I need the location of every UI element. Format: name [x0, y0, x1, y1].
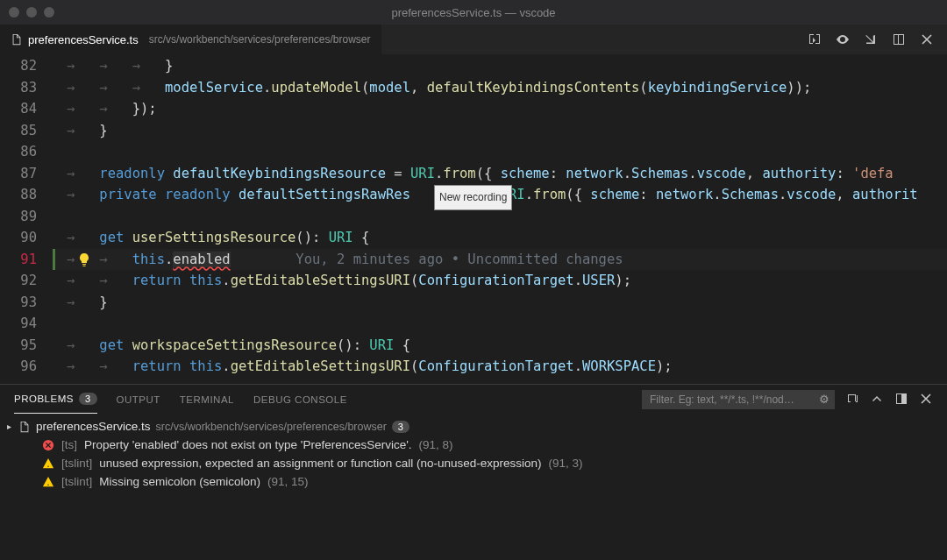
- title-bar: preferencesService.ts — vscode: [0, 0, 947, 25]
- code-line[interactable]: → get userSettingsResource(): URI {: [53, 227, 947, 249]
- problem-location: (91, 3): [549, 457, 583, 470]
- error-icon: [42, 439, 54, 451]
- maximize-panel-icon[interactable]: [894, 392, 908, 408]
- warning-icon: [42, 457, 54, 470]
- line-number: 93: [0, 292, 37, 314]
- panel-tabs: PROBLEMS 3 OUTPUT TERMINAL DEBUG CONSOLE…: [0, 385, 947, 414]
- line-number: 94: [0, 313, 37, 335]
- line-number: 90: [0, 227, 37, 249]
- line-number: 84: [0, 98, 37, 120]
- close-tab-icon[interactable]: [919, 32, 935, 47]
- line-number: 92: [0, 270, 37, 292]
- close-window-button[interactable]: [9, 7, 19, 18]
- window-controls: [9, 7, 54, 18]
- problem-source: [tslint]: [61, 457, 92, 470]
- code-line[interactable]: → }: [53, 120, 947, 142]
- problem-source: [tslint]: [61, 475, 92, 488]
- problem-message: unused expression, expected an assignmen…: [99, 457, 541, 470]
- problem-message: Property 'enabled' does not exist on typ…: [84, 438, 412, 451]
- panel-tab-debug-console[interactable]: DEBUG CONSOLE: [253, 385, 347, 414]
- problem-item[interactable]: [ts]Property 'enabled' does not exist on…: [7, 436, 940, 454]
- code-line[interactable]: → → → }: [53, 55, 947, 77]
- chevron-down-icon[interactable]: ▸: [7, 422, 11, 431]
- recording-tooltip: New recording: [434, 185, 512, 210]
- chevron-up-icon[interactable]: [870, 392, 884, 408]
- line-number: 82: [0, 55, 37, 77]
- tab-filename: preferencesService.ts: [28, 33, 139, 46]
- problem-source: [ts]: [61, 438, 77, 451]
- problem-location: (91, 15): [267, 475, 309, 488]
- code-line[interactable]: → readonly defaultKeybindingsResource = …: [53, 163, 947, 185]
- problem-file-name: preferencesService.ts: [36, 420, 151, 433]
- code-line[interactable]: → get workspaceSettingsResource(): URI {: [53, 335, 947, 357]
- editor-tab-bar: preferencesService.ts src/vs/workbench/s…: [0, 25, 947, 55]
- code-line[interactable]: → → → modelService.updateModel(model, de…: [53, 77, 947, 99]
- problems-count-badge: 3: [79, 393, 97, 405]
- file-icon: [18, 421, 31, 433]
- code-line[interactable]: [53, 313, 947, 335]
- problem-location: (91, 8): [419, 438, 453, 451]
- tab-path: src/vs/workbench/services/preferences/br…: [149, 33, 371, 46]
- code-line[interactable]: [53, 141, 947, 163]
- warning-icon: [42, 476, 54, 488]
- line-number: 83: [0, 77, 37, 99]
- close-panel-icon[interactable]: [919, 392, 933, 408]
- line-number: 87: [0, 163, 37, 185]
- line-number: 85: [0, 120, 37, 142]
- code-line[interactable]: → → });: [53, 98, 947, 120]
- problems-filter-input[interactable]: [642, 390, 835, 409]
- modified-line-indicator: [53, 249, 55, 271]
- show-changes-icon[interactable]: [835, 32, 851, 47]
- code-line[interactable]: → → return this.getEditableSettingsURI(C…: [53, 270, 947, 292]
- file-problem-count: 3: [392, 421, 409, 433]
- panel-tab-output[interactable]: OUTPUT: [117, 385, 160, 414]
- problem-message: Missing semicolon (semicolon): [99, 475, 260, 488]
- compare-changes-icon[interactable]: [807, 32, 822, 47]
- editor-actions: [807, 32, 947, 47]
- editor-tab[interactable]: preferencesService.ts src/vs/workbench/s…: [0, 25, 381, 54]
- panel-tab-problems[interactable]: PROBLEMS 3: [14, 385, 97, 414]
- code-editor[interactable]: 828384858687888990919293949596 → → → }→ …: [0, 55, 947, 384]
- line-number: 91: [0, 249, 37, 271]
- bottom-panel: PROBLEMS 3 OUTPUT TERMINAL DEBUG CONSOLE…: [0, 384, 947, 560]
- line-number: 89: [0, 206, 37, 228]
- code-line[interactable]: → → return this.getEditableSettingsURI(C…: [53, 356, 947, 378]
- maximize-window-button[interactable]: [44, 7, 54, 18]
- panel-actions: ⚙: [642, 390, 933, 409]
- line-number: 96: [0, 356, 37, 378]
- problem-file-row[interactable]: ▸ preferencesService.ts src/vs/workbench…: [7, 417, 940, 436]
- split-diff-icon[interactable]: [863, 32, 879, 47]
- panel-tab-terminal[interactable]: TERMINAL: [180, 385, 234, 414]
- problem-file-path: src/vs/workbench/services/preferences/br…: [156, 421, 387, 433]
- code-content[interactable]: → → → }→ → → modelService.updateModel(mo…: [53, 55, 947, 384]
- line-gutter: 828384858687888990919293949596: [0, 55, 53, 384]
- line-number: 86: [0, 141, 37, 163]
- code-line[interactable]: → → this.enabled You, 2 minutes ago • Un…: [53, 249, 947, 271]
- panel-tab-label: PROBLEMS: [14, 393, 74, 404]
- lightbulb-icon[interactable]: [77, 252, 91, 266]
- collapse-all-icon[interactable]: [845, 392, 859, 408]
- window-title: preferencesService.ts — vscode: [391, 6, 555, 19]
- minimize-window-button[interactable]: [26, 7, 37, 18]
- problem-item[interactable]: [tslint]Missing semicolon (semicolon)(91…: [7, 472, 940, 491]
- filter-settings-icon[interactable]: ⚙: [819, 393, 830, 406]
- problems-list[interactable]: ▸ preferencesService.ts src/vs/workbench…: [0, 414, 947, 494]
- problem-item[interactable]: [tslint]unused expression, expected an a…: [7, 454, 940, 472]
- code-line[interactable]: → }: [53, 292, 947, 314]
- split-editor-icon[interactable]: [891, 32, 907, 47]
- line-number: 95: [0, 335, 37, 357]
- file-icon: [11, 33, 23, 46]
- line-number: 88: [0, 184, 37, 206]
